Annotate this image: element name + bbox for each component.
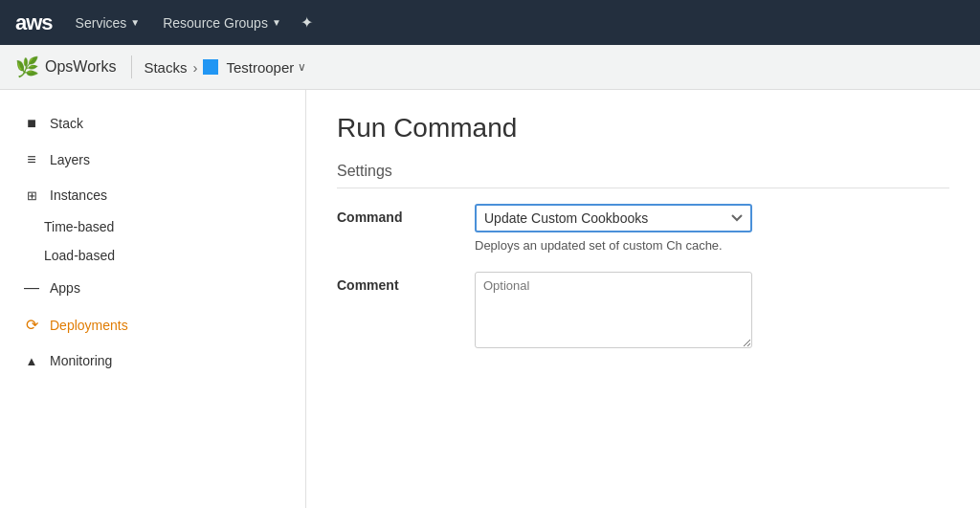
breadcrumb-separator: › (192, 59, 197, 76)
layers-icon: ≡ (23, 151, 40, 168)
sidebar-item-stack[interactable]: ■ Stack (0, 105, 305, 142)
page-title: Run Command (337, 113, 949, 144)
sidebar-item-layers[interactable]: ≡ Layers (0, 142, 305, 178)
main-content: Run Command Settings Command Update Cust… (306, 90, 980, 508)
apps-icon: — (23, 279, 40, 297)
sidebar-item-apps[interactable]: — Apps (0, 270, 305, 306)
command-field: Update Custom Cookbooks Execute Recipes … (475, 204, 949, 253)
main-layout: ■ Stack ≡ Layers ⊞ Instances Time-based … (0, 90, 980, 508)
stack-dropdown-chevron[interactable]: ∨ (298, 60, 306, 74)
command-select[interactable]: Update Custom Cookbooks Execute Recipes … (475, 204, 752, 232)
sidebar-item-deployments[interactable]: ⟳ Deployments (0, 306, 305, 343)
opsworks-branding: 🌿 OpsWorks (15, 55, 132, 78)
sidebar: ■ Stack ≡ Layers ⊞ Instances Time-based … (0, 90, 306, 508)
stacks-breadcrumb[interactable]: Stacks (144, 59, 187, 76)
sidebar-label-deployments: Deployments (50, 318, 128, 333)
services-chevron: ▼ (130, 17, 140, 28)
services-label: Services (76, 15, 127, 31)
aws-logo[interactable]: aws (15, 11, 53, 35)
deployments-icon: ⟳ (23, 316, 40, 334)
sidebar-label-layers: Layers (50, 152, 90, 167)
stack-color-icon (203, 59, 218, 75)
comment-field (475, 272, 949, 351)
command-label: Command (337, 204, 452, 225)
top-navigation: aws Services ▼ Resource Groups ▼ ✦ (0, 0, 980, 45)
sidebar-label-apps: Apps (50, 280, 80, 296)
command-description: Deploys an updated set of custom Ch cach… (475, 238, 752, 253)
breadcrumb-bar: 🌿 OpsWorks Stacks › Testrooper ∨ (0, 45, 980, 90)
opsworks-icon: 🌿 (15, 55, 39, 78)
sidebar-item-time-based[interactable]: Time-based (0, 212, 305, 241)
settings-section-title: Settings (337, 163, 949, 188)
comment-textarea[interactable] (475, 272, 752, 348)
resource-groups-chevron: ▼ (272, 17, 281, 28)
resource-groups-label: Resource Groups (163, 15, 268, 31)
instances-icon: ⊞ (23, 188, 40, 203)
sidebar-item-monitoring[interactable]: ▲ Monitoring (0, 343, 305, 378)
opsworks-label: OpsWorks (45, 58, 116, 76)
sidebar-label-instances: Instances (50, 188, 107, 203)
sidebar-item-instances[interactable]: ⊞ Instances (0, 178, 305, 212)
current-stack-label: Testrooper (226, 59, 294, 76)
services-menu[interactable]: Services ▼ (68, 11, 148, 34)
sidebar-label-monitoring: Monitoring (50, 353, 112, 368)
favorites-icon[interactable]: ✦ (301, 13, 313, 32)
comment-row: Comment (337, 272, 949, 351)
current-stack-breadcrumb[interactable]: Testrooper ∨ (203, 59, 306, 76)
load-based-label: Load-based (44, 248, 115, 263)
time-based-label: Time-based (44, 219, 114, 234)
monitoring-icon: ▲ (23, 354, 40, 368)
comment-label: Comment (337, 272, 452, 293)
command-row: Command Update Custom Cookbooks Execute … (337, 204, 949, 253)
breadcrumb: Stacks › Testrooper ∨ (144, 59, 306, 76)
sidebar-label-stack: Stack (50, 116, 83, 131)
resource-groups-menu[interactable]: Resource Groups ▼ (155, 11, 289, 34)
aws-logo-text: aws (15, 11, 53, 35)
sidebar-item-load-based[interactable]: Load-based (0, 241, 305, 270)
stack-icon: ■ (23, 115, 40, 132)
